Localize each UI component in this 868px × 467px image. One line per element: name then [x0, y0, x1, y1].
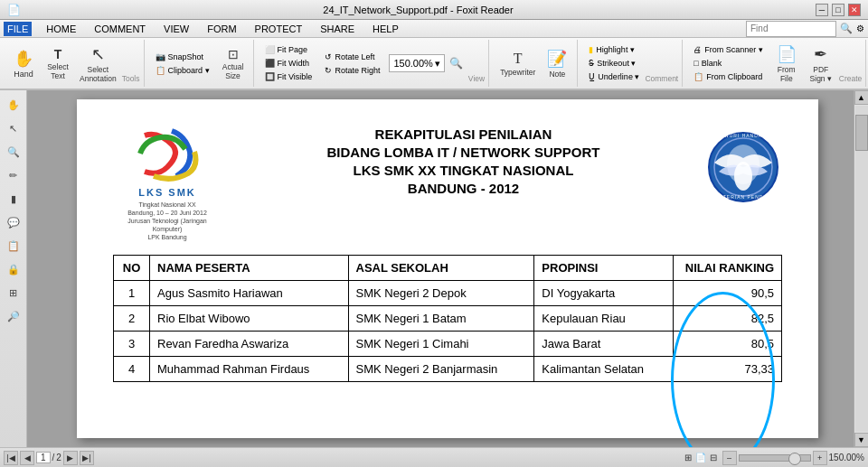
row1-propinsi: DI Yogyakarta [534, 281, 674, 306]
snapshot-icon: 📷 [156, 52, 165, 61]
first-page-button[interactable]: |◀ [4, 451, 18, 465]
row4-nilai: 73,33 [674, 357, 782, 382]
zoom-dropdown[interactable]: 150.00% ▾ [389, 54, 444, 72]
lks-logo-graphic [127, 126, 208, 185]
hand-tool-button[interactable]: ✋ Hand [7, 42, 40, 84]
zoom-in-status-button[interactable]: + [813, 451, 827, 465]
row2-nama: Rio Elbat Wibowo [150, 306, 349, 332]
rotate-left-button[interactable]: ↺ Rotate Left [321, 51, 383, 63]
table-header-no: NO [114, 256, 150, 281]
strikeout-icon: S̶ [589, 59, 594, 68]
from-clipboard-icon: 📋 [693, 72, 703, 81]
pdf-title-line4: BANDUNG - 2012 [240, 181, 687, 196]
row2-sekolah: SMK Negeri 1 Batam [348, 306, 534, 332]
scrollbar-thumb[interactable] [855, 115, 868, 151]
toolbar-group-tools: ✋ Hand T Select Text ↖ Select Annotation… [4, 40, 145, 87]
scroll-up-button[interactable]: ▲ [854, 90, 869, 105]
sidebar-zoom-tool[interactable]: 🔍 [3, 141, 24, 163]
status-icon-2: 📄 [695, 453, 706, 462]
next-page-button[interactable]: ▶ [63, 451, 78, 465]
from-clipboard-button[interactable]: 📋 From Clipboard [690, 70, 767, 83]
actual-size-button[interactable]: ⊡ Actual Size [217, 42, 250, 84]
title-bar: 📄 24_IT_Network_Support.pdf - Foxit Read… [0, 0, 868, 20]
select-text-button[interactable]: T Select Text [42, 42, 74, 84]
menu-protect[interactable]: PROTECT [251, 22, 307, 36]
title-bar-title: 24_IT_Network_Support.pdf - Foxit Reader [21, 5, 816, 15]
sidebar-pen-tool[interactable]: ✏ [3, 164, 24, 186]
zoom-slider-thumb[interactable] [788, 453, 801, 465]
status-bar-right: ⊞ 📄 ⊟ – + 150.00% [684, 451, 864, 465]
close-button[interactable]: ✕ [848, 4, 861, 16]
sidebar-highlight-tool[interactable]: ▮ [3, 188, 24, 210]
snapshot-button[interactable]: 📷 SnapShot [152, 51, 213, 63]
zoom-out-status-button[interactable]: – [722, 451, 737, 465]
rotate-right-button[interactable]: ↻ Rotate Right [321, 64, 383, 77]
maximize-button[interactable]: □ [832, 4, 844, 16]
tools-group-label: Tools [122, 74, 140, 83]
sidebar-pointer-tool[interactable]: ↖ [3, 117, 24, 139]
svg-text:KEMENTERIAN PENDIDIKAN: KEMENTERIAN PENDIDIKAN [705, 194, 782, 200]
tut-wuri-logo: TUT WURI HANDAYANI KEMENTERIAN PENDIDIKA… [705, 126, 782, 208]
fit-page-button[interactable]: ⬜ Fit Page [261, 43, 316, 56]
fit-width-button[interactable]: ⬛ Fit Width [261, 57, 316, 70]
lks-logo-text: LKS SMK [138, 187, 196, 198]
row1-nilai: 90,5 [674, 281, 782, 306]
row1-no: 1 [114, 281, 150, 306]
status-icon-3: ⊟ [710, 453, 717, 462]
status-bar: |◀ ◀ 1 / 2 ▶ ▶| ⊞ 📄 ⊟ – + 150.00% [0, 447, 868, 467]
sidebar-hand-tool[interactable]: ✋ [3, 94, 24, 116]
pdf-table: NO NAMA PESERTA ASAL SEKOLAH PROPINSI NI… [113, 255, 782, 382]
right-scrollbar[interactable]: ▲ ▼ [854, 90, 868, 447]
row3-sekolah: SMK Negeri 1 Cimahi [348, 332, 534, 357]
left-sidebar: ✋ ↖ 🔍 ✏ ▮ 💬 📋 🔒 ⊞ 🔎 [0, 90, 27, 447]
strikeout-button[interactable]: S̶ Strikeout ▾ [585, 57, 643, 70]
sidebar-lock-tool[interactable]: 🔒 [3, 258, 24, 280]
menu-file[interactable]: FILE [4, 22, 32, 36]
menu-form[interactable]: FORM [203, 22, 240, 36]
blank-button[interactable]: □ Blank [690, 57, 767, 70]
row1-nama: Agus Sasmito Hariawan [150, 281, 349, 306]
zoom-slider[interactable] [739, 454, 811, 462]
scroll-down-button[interactable]: ▼ [854, 433, 869, 447]
menu-comment[interactable]: COMMENT [90, 22, 149, 36]
fit-visible-icon: 🔲 [265, 72, 275, 81]
clipboard-button[interactable]: 📋 Clipboard ▾ [152, 64, 213, 77]
sidebar-form-tool[interactable]: 📋 [3, 235, 24, 257]
app-container: ✋ ↖ 🔍 ✏ ▮ 💬 📋 🔒 ⊞ 🔎 [0, 90, 868, 447]
menu-help[interactable]: HELP [369, 22, 402, 36]
typewriter-button[interactable]: T Typewriter [496, 42, 539, 84]
menu-home[interactable]: HOME [42, 22, 80, 36]
from-file-button[interactable]: 📄 From File [770, 42, 803, 84]
last-page-button[interactable]: ▶| [80, 451, 94, 465]
fit-visible-button[interactable]: 🔲 Fit Visible [261, 70, 316, 83]
create-group-label: Create [839, 74, 863, 83]
sidebar-layers-tool[interactable]: ⊞ [3, 282, 24, 304]
minimize-button[interactable]: ─ [816, 4, 828, 16]
menu-view[interactable]: VIEW [160, 22, 193, 36]
sidebar-search-tool[interactable]: 🔎 [3, 305, 24, 327]
find-input[interactable] [746, 21, 836, 37]
table-header-sekolah: ASAL SEKOLAH [348, 256, 534, 281]
highlight-button[interactable]: ▮ Highlight ▾ [585, 43, 643, 56]
note-button[interactable]: 📝 Note [541, 42, 573, 84]
zoom-dropdown-arrow: ▾ [435, 58, 440, 70]
current-page[interactable]: 1 [36, 452, 51, 463]
from-scanner-button[interactable]: 🖨 From Scanner ▾ [690, 43, 767, 56]
menu-share[interactable]: SHARE [316, 22, 358, 36]
pdf-title-line3: LKS SMK XX TINGKAT NASIONAL [240, 163, 687, 178]
select-annotation-button[interactable]: ↖ Select Annotation [76, 42, 120, 84]
zoom-in-button[interactable]: 🔍 [446, 54, 467, 72]
sidebar-comment-tool[interactable]: 💬 [3, 211, 24, 233]
zoom-in-icon: 🔍 [449, 57, 463, 70]
scanner-icon: 🖨 [693, 45, 702, 54]
title-bar-controls[interactable]: ─ □ ✕ [816, 4, 861, 16]
row2-no: 2 [114, 306, 150, 332]
clipboard-icon: 📋 [156, 66, 165, 75]
toolbar-extra-btn[interactable]: ⚙ [856, 23, 864, 33]
pdf-sign-button[interactable]: ✒ PDF Sign ▾ [805, 42, 837, 84]
prev-page-button[interactable]: ◀ [20, 451, 34, 465]
toolbar-group-snapshot: 📷 SnapShot 📋 Clipboard ▾ ⊡ Actual Size [148, 40, 254, 87]
lks-subtitle: Tingkat Nasional XXBandung, 10 – 20 Juni… [113, 201, 222, 241]
row1-sekolah: SMK Negeri 2 Depok [348, 281, 534, 306]
underline-button[interactable]: U̲ Underline ▾ [585, 70, 643, 83]
